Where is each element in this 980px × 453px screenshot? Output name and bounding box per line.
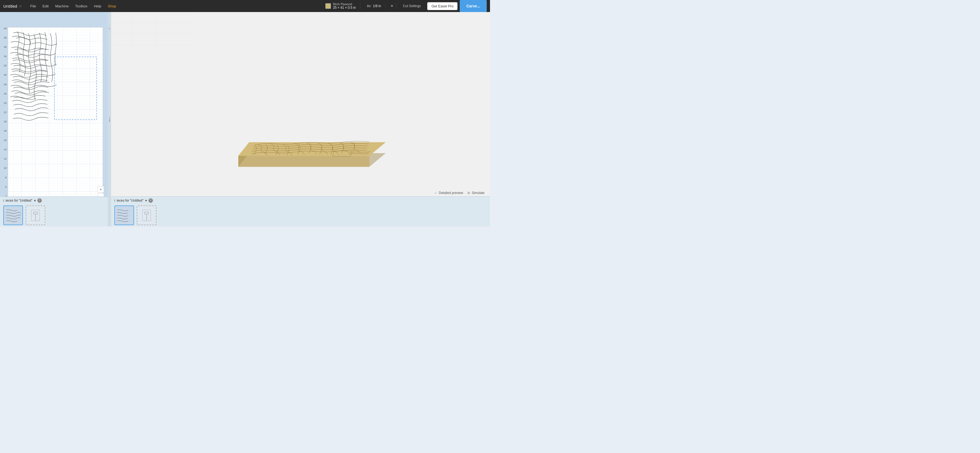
nav-edit[interactable]: Edit bbox=[40, 2, 51, 10]
material-name: Birch Plywood bbox=[333, 2, 356, 6]
nav-right: Birch Plywood 25 × 41 × 0.5 in Bit: 1/8 … bbox=[321, 0, 487, 12]
favorite-icon[interactable]: ☆ bbox=[19, 4, 22, 8]
right-pieces-content bbox=[111, 204, 490, 226]
pieces-help-icon[interactable]: ? bbox=[37, 198, 42, 203]
simulate-icon: ⊙ bbox=[467, 191, 470, 195]
svg-rect-1 bbox=[8, 27, 103, 212]
nav-machine[interactable]: Machine bbox=[52, 2, 71, 10]
right-piece-thumbnail-empty[interactable] bbox=[137, 206, 156, 225]
right-pieces-chevron[interactable]: ▾ bbox=[145, 199, 147, 203]
zoom-in-button[interactable]: + bbox=[97, 186, 104, 193]
detailed-preview-label: Detailed preview bbox=[439, 191, 463, 195]
pieces-content bbox=[0, 204, 108, 226]
get-easel-button[interactable]: Get Easel Pro bbox=[427, 2, 458, 10]
panel-divider[interactable]: » « bbox=[108, 12, 111, 226]
collapse-right-arrow[interactable]: » bbox=[109, 27, 110, 30]
svg-rect-8 bbox=[111, 12, 193, 53]
material-info[interactable]: Birch Plywood 25 × 41 × 0.5 in bbox=[321, 2, 360, 10]
main-layout: 40 38 36 34 32 30 28 26 24 22 20 18 16 1… bbox=[0, 12, 490, 226]
nav-help[interactable]: Help bbox=[91, 2, 104, 10]
simulate-label: Simulate bbox=[472, 191, 485, 195]
pieces-section: iieces for "Untitled" ▾ ? bbox=[0, 196, 108, 226]
preview-controls: ✓ Detailed preview ⊙ Simulate bbox=[434, 191, 485, 195]
piece-thumbnail-1[interactable] bbox=[3, 206, 23, 225]
piece-thumbnail-empty[interactable] bbox=[25, 206, 45, 225]
app-title: Untitled bbox=[3, 4, 17, 8]
bit-label: Bit: bbox=[367, 4, 371, 8]
expand-left-arrow[interactable]: « bbox=[109, 120, 110, 123]
nav-file[interactable]: File bbox=[27, 2, 39, 10]
right-pieces-header: iieces for "Untitled" ▾ ? bbox=[111, 197, 490, 204]
grid-svg bbox=[8, 27, 103, 212]
svg-marker-10 bbox=[238, 156, 369, 167]
cut-settings-button[interactable]: Cut Settings bbox=[399, 4, 425, 8]
svg-rect-14 bbox=[116, 207, 132, 223]
3d-board-container bbox=[222, 52, 386, 182]
check-icon: ✓ bbox=[434, 191, 438, 195]
material-text: Birch Plywood 25 × 41 × 0.5 in bbox=[333, 2, 356, 10]
app-title-area: Untitled ☆ bbox=[3, 4, 22, 8]
pieces-chevron[interactable]: ▾ bbox=[34, 199, 36, 203]
right-pieces-help-icon[interactable]: ? bbox=[148, 198, 153, 203]
right-piece-thumbnail-1[interactable] bbox=[115, 206, 134, 225]
piece-thumb-empty-svg bbox=[29, 209, 42, 222]
svg-rect-16 bbox=[145, 212, 148, 214]
bit-value: 1/8 in bbox=[373, 4, 381, 8]
bit-info[interactable]: Bit: 1/8 in bbox=[363, 4, 385, 8]
add-cut-button[interactable]: + bbox=[388, 3, 397, 9]
nav-toolbox[interactable]: Toolbox bbox=[72, 2, 90, 10]
piece-thumb-svg bbox=[5, 207, 21, 223]
svg-rect-5 bbox=[33, 212, 37, 214]
material-swatch bbox=[325, 3, 331, 9]
svg-rect-3 bbox=[5, 207, 21, 223]
simulate-button[interactable]: ⊙ Simulate bbox=[467, 191, 485, 195]
top-nav: Untitled ☆ File Edit Machine Toolbox Hel… bbox=[0, 0, 490, 12]
right-panel: ✓ Detailed preview ⊙ Simulate iieces for… bbox=[111, 12, 490, 226]
right-pieces-section: ✓ Detailed preview ⊙ Simulate iieces for… bbox=[111, 196, 490, 226]
left-panel: 40 38 36 34 32 30 28 26 24 22 20 18 16 1… bbox=[0, 12, 108, 226]
design-canvas[interactable] bbox=[8, 27, 103, 212]
detailed-preview-button[interactable]: ✓ Detailed preview bbox=[434, 191, 463, 195]
material-dimensions: 25 × 41 × 0.5 in bbox=[333, 6, 356, 10]
right-pieces-title: iieces for "Untitled" ▾ ? bbox=[115, 198, 153, 203]
3d-grid bbox=[111, 12, 193, 53]
nav-menu: File Edit Machine Toolbox Help Shop bbox=[27, 2, 321, 10]
pieces-title: iieces for "Untitled" ▾ ? bbox=[3, 198, 42, 203]
3d-board-svg bbox=[222, 52, 386, 180]
carve-button[interactable]: Carve... bbox=[460, 0, 487, 12]
ruler-y: 40 38 36 34 32 30 28 26 24 22 20 18 16 1… bbox=[0, 27, 8, 216]
pieces-header: iieces for "Untitled" ▾ ? bbox=[0, 197, 108, 204]
nav-shop[interactable]: Shop bbox=[105, 2, 119, 10]
